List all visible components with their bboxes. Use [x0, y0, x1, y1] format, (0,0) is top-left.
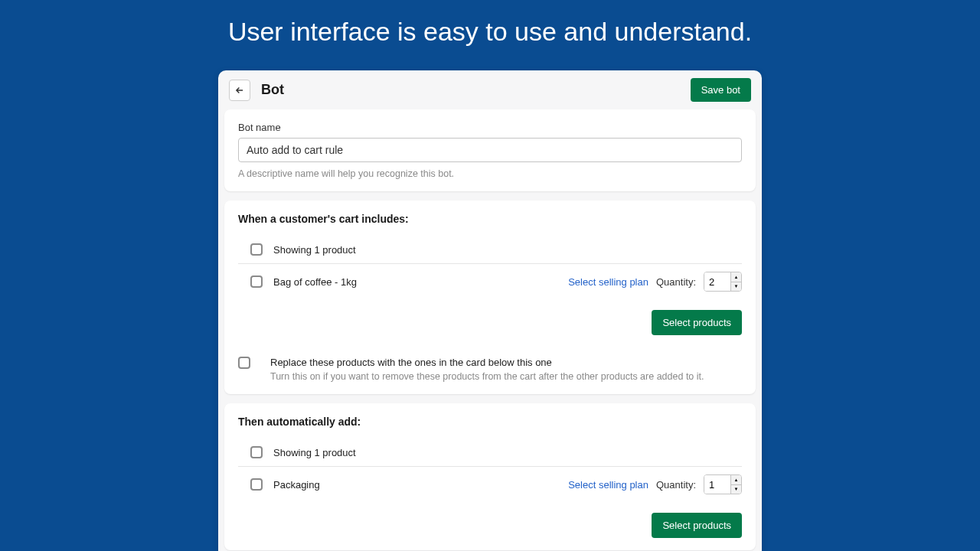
select-selling-plan-link[interactable]: Select selling plan — [568, 479, 648, 491]
main-card: Bot Save bot Bot name A descriptive name… — [218, 70, 762, 551]
replace-help: Turn this on if you want to remove these… — [270, 371, 742, 382]
trigger-product-row: Bag of coffee - 1kg Select selling plan … — [238, 263, 742, 299]
select-products-button[interactable]: Select products — [652, 310, 742, 335]
triggers-heading: When a customer's cart includes: — [238, 213, 742, 225]
bot-name-help: A descriptive name will help you recogni… — [238, 168, 742, 179]
select-all-checkbox[interactable] — [250, 446, 263, 458]
quantity-input[interactable] — [704, 272, 730, 291]
triggers-panel: When a customer's cart includes: Showing… — [224, 201, 756, 394]
hero-text: User interface is easy to use and unders… — [228, 17, 752, 47]
quantity-stepper: ▲ ▼ — [704, 474, 742, 494]
replace-checkbox[interactable] — [238, 357, 250, 369]
replace-option-row: Replace these products with the ones in … — [238, 354, 742, 382]
actions-heading: Then automatically add: — [238, 416, 742, 428]
product-checkbox[interactable] — [250, 276, 263, 288]
quantity-up-button[interactable]: ▲ — [731, 475, 741, 485]
action-product-row: Packaging Select selling plan Quantity: … — [238, 466, 742, 502]
hero-banner: User interface is easy to use and unders… — [0, 0, 980, 63]
quantity-label: Quantity: — [656, 479, 696, 491]
page-header: Bot Save bot — [218, 70, 762, 109]
select-selling-plan-link[interactable]: Select selling plan — [568, 276, 648, 288]
page-title: Bot — [261, 82, 284, 98]
quantity-down-button[interactable]: ▼ — [731, 282, 741, 292]
product-name: Packaging — [273, 479, 568, 491]
actions-panel: Then automatically add: Showing 1 produc… — [224, 403, 756, 550]
back-button[interactable] — [229, 80, 250, 101]
quantity-label: Quantity: — [656, 276, 696, 288]
product-checkbox[interactable] — [250, 478, 263, 491]
replace-label: Replace these products with the ones in … — [270, 357, 742, 368]
select-all-checkbox[interactable] — [250, 243, 263, 256]
select-products-button[interactable]: Select products — [652, 513, 742, 538]
bot-name-label: Bot name — [238, 122, 742, 133]
actions-summary-row: Showing 1 product — [238, 439, 742, 466]
quantity-input[interactable] — [704, 475, 730, 494]
quantity-down-button[interactable]: ▼ — [731, 485, 741, 494]
bot-name-panel: Bot name A descriptive name will help yo… — [224, 109, 756, 191]
product-name: Bag of coffee - 1kg — [273, 276, 568, 288]
save-button[interactable]: Save bot — [691, 78, 751, 102]
arrow-left-icon — [234, 85, 245, 96]
quantity-up-button[interactable]: ▲ — [731, 272, 741, 282]
actions-summary: Showing 1 product — [273, 447, 742, 458]
bot-name-input[interactable] — [238, 138, 742, 162]
triggers-summary-row: Showing 1 product — [238, 236, 742, 263]
quantity-stepper: ▲ ▼ — [704, 272, 742, 292]
triggers-summary: Showing 1 product — [273, 244, 742, 256]
